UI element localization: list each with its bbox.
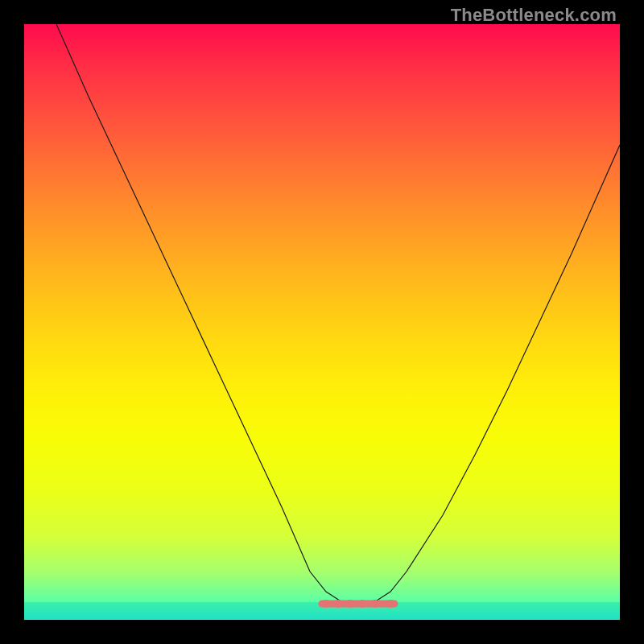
plot-area	[24, 24, 620, 620]
valley-dot	[358, 600, 366, 608]
valley-dot	[370, 600, 378, 608]
watermark-text: TheBottleneck.com	[451, 5, 617, 26]
series-path	[56, 24, 620, 604]
valley-dot	[346, 600, 354, 608]
chart-frame: TheBottleneck.com	[0, 0, 644, 644]
valley-dot	[386, 600, 394, 608]
valley-dot	[334, 600, 342, 608]
chart-svg	[24, 24, 620, 620]
valley-dot	[322, 600, 330, 608]
